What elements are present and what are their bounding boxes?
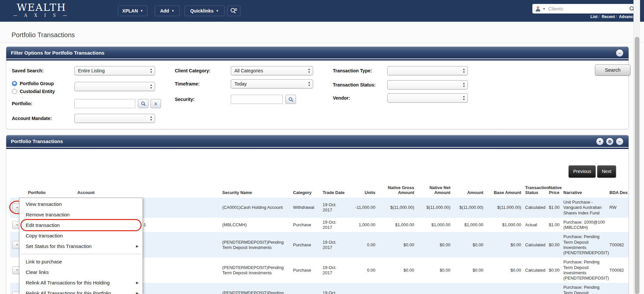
portfolio-search-button[interactable]: [138, 99, 148, 108]
menu-item-relink-all-transactions-for-this-holding[interactable]: Relink All Transactions for this Holding…: [19, 278, 143, 288]
column-header: Narrative: [561, 184, 607, 198]
cell-narrative: Purchase: Pending Term Deposit Investmen…: [561, 283, 607, 294]
client-search-box[interactable]: ▼: [532, 4, 638, 13]
stepper-arrows-icon: ▲▼: [308, 81, 310, 87]
quicklinks-menu-label: Quicklinks: [190, 8, 214, 13]
title-divider: [0, 42, 644, 42]
column-header: Account: [75, 184, 220, 198]
cell-bda: [607, 218, 629, 233]
search-list-icon: [230, 8, 237, 14]
menu-item-relink-all-transactions-for-this-portfolio[interactable]: Relink All Transactions for this Portfol…: [19, 288, 143, 294]
cell-trade_date: 19 Oct. 2017: [321, 198, 348, 218]
quick-search-button[interactable]: [227, 6, 240, 16]
menu-item-remove-transaction[interactable]: Remove transaction: [19, 209, 143, 220]
collapse-panel-button[interactable]: −: [615, 137, 624, 146]
cell-units: -11,000.00: [348, 198, 377, 218]
page-title: Portfolio Transactions: [12, 31, 75, 39]
cell-security: (PENDTERMDEPOSIT)Pending Term Deposit In…: [220, 257, 291, 283]
cell-bda: RW: [607, 198, 629, 218]
cell-base_amount: $(11,000.00): [485, 198, 523, 218]
stepper-arrows-icon: ▲▼: [150, 68, 152, 74]
client-category-label: Client Category:: [175, 66, 210, 75]
search-icon: [288, 97, 293, 102]
filter-panel-header: Filter Options for Portfolio Transaction…: [6, 47, 629, 59]
client-category-select[interactable]: All Categories ▲▼: [231, 66, 313, 75]
recent-link[interactable]: Recent: [602, 14, 615, 19]
cell-bda: T00082: [607, 283, 629, 294]
minus-icon: −: [618, 139, 621, 144]
cell-bda: T00082: [607, 232, 629, 257]
menu-item-view-transaction[interactable]: View transaction: [19, 199, 143, 209]
cell-amount: $0.00: [452, 283, 485, 294]
cell-units: 0.00: [348, 232, 377, 257]
timeframe-select[interactable]: Today ▲▼: [231, 79, 313, 88]
radio-unselected-icon[interactable]: [12, 89, 17, 94]
custodial-entity-radio[interactable]: Custodial Entity: [12, 89, 55, 94]
column-header: Base Amount: [485, 184, 523, 198]
top-navbar: WEALTH — A X I S — XPLAN▼ Add▼ Quicklink…: [0, 0, 644, 22]
portfolio-clear-button[interactable]: x: [150, 99, 161, 108]
client-search-input[interactable]: [548, 6, 629, 12]
add-menu-button[interactable]: Add▼: [155, 6, 180, 16]
cell-status: Actual: [523, 218, 547, 233]
menu-item-clear-links[interactable]: Clear links: [19, 267, 143, 278]
cell-units: 0.00: [348, 283, 377, 294]
stepper-arrows-icon: ▲▼: [150, 84, 152, 89]
cell-amount: $(11,000.00): [452, 198, 485, 218]
table-header-row: PortfolioAccountSecurity NameCategoryTra…: [10, 184, 629, 198]
quicklinks-menu-button[interactable]: Quicklinks▼: [184, 6, 225, 16]
cell-native_price: $1.00: [547, 198, 561, 218]
cell-security: (PENDTERMDEPOSIT)Pending Term Deposit In…: [220, 283, 291, 294]
vendor-select[interactable]: ▲▼: [387, 93, 468, 103]
radio-selected-icon[interactable]: [12, 81, 17, 86]
portfolio-group-radio[interactable]: Portfolio Group: [12, 81, 54, 86]
transactions-panel-title: Portfolio Transactions: [11, 135, 63, 147]
person-icon: [535, 6, 541, 12]
cell-native_net: $0.00: [416, 232, 452, 257]
collapse-panel-button[interactable]: −: [615, 49, 624, 57]
chevron-down-icon[interactable]: ▼: [543, 7, 546, 11]
cell-narrative: Purchase: Pending Term Deposit Investmen…: [561, 232, 607, 257]
column-header: Units: [348, 184, 377, 198]
transaction-type-select[interactable]: ▲▼: [387, 66, 468, 75]
saved-search-select[interactable]: Entire Listing ▲▼: [74, 66, 155, 75]
menu-item-edit-transaction[interactable]: Edit transaction: [19, 220, 143, 231]
cell-category: Purchase: [291, 232, 321, 257]
cell-native_net: $(11,000.00): [416, 198, 452, 218]
menu-item-link-to-purchase[interactable]: Link to purchase: [19, 257, 143, 267]
search-button[interactable]: Search: [595, 64, 631, 76]
column-header: Native Gross Amount: [377, 184, 416, 198]
saved-search-label: Saved Search:: [12, 66, 44, 75]
stepper-arrows-icon: ▲▼: [463, 82, 465, 88]
previous-button[interactable]: Previous: [569, 165, 596, 178]
x-icon: x: [154, 101, 157, 106]
portfolio-label: Portfolio:: [12, 99, 32, 108]
account-mandate-label: Account Mandate:: [12, 114, 52, 123]
menu-item-set-status-for-this-transaction[interactable]: Set Status for this Transaction▶: [19, 241, 143, 252]
panel-dropdown-button[interactable]: ▼: [596, 137, 604, 146]
column-header: Trade Date: [321, 184, 348, 198]
transaction-status-select[interactable]: ▲▼: [387, 80, 468, 89]
next-button[interactable]: Next: [597, 165, 616, 178]
cell-status: Calculated: [523, 283, 547, 294]
panel-settings-button[interactable]: ⚙: [605, 137, 614, 146]
vertical-scrollbar-thumb[interactable]: [635, 37, 639, 294]
row-context-menu: View transactionRemove transactionEdit t…: [19, 198, 143, 294]
security-input[interactable]: [231, 95, 283, 104]
security-search-button[interactable]: [285, 95, 296, 104]
list-link[interactable]: List: [590, 14, 597, 19]
cell-narrative: Purchase: 1000@100 (MBLCCMH): [561, 218, 607, 233]
gear-icon: ⚙: [608, 139, 612, 144]
cell-native_price: $0.00: [547, 257, 561, 283]
portfolio-input[interactable]: [74, 99, 135, 108]
account-mandate-select[interactable]: ▲▼: [74, 114, 155, 123]
cell-native_price: $1.00: [547, 218, 561, 233]
menu-item-copy-transaction[interactable]: Copy transaction: [19, 231, 143, 241]
cell-base_amount: $0.00: [485, 283, 523, 294]
cell-security: (PENDTERMDEPOSIT)Pending Term Deposit In…: [220, 232, 291, 257]
portfolio-group-select[interactable]: ▲▼: [74, 82, 155, 91]
cell-units: 1,000.00: [348, 218, 377, 233]
filter-panel-title: Filter Options for Portfolio Transaction…: [11, 47, 104, 59]
xplan-menu-button[interactable]: XPLAN▼: [118, 6, 148, 16]
vertical-scrollbar-track[interactable]: [633, 0, 640, 294]
